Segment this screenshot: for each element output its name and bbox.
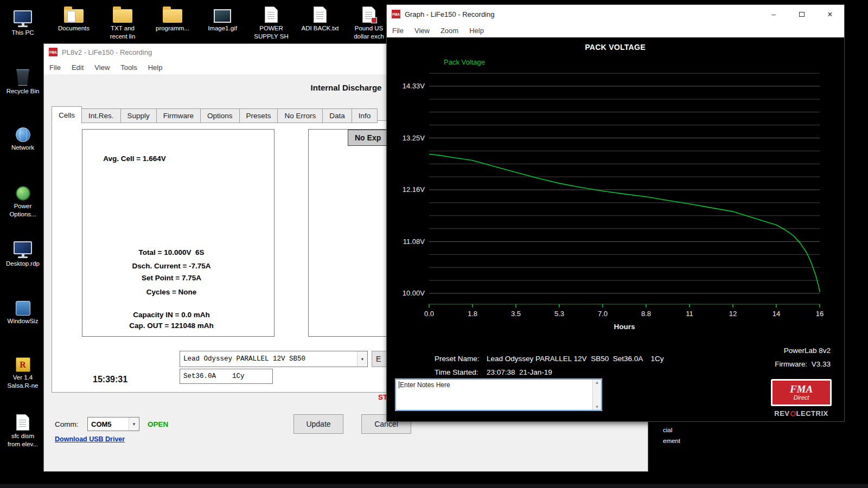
scroll-down-icon[interactable]: ▼	[595, 404, 599, 409]
desktop-icon-image1gif[interactable]: Image1.gif	[200, 3, 245, 33]
tab-info[interactable]: Info	[352, 108, 378, 123]
tab-cells[interactable]: Cells	[52, 106, 82, 124]
desktop-icon-pound[interactable]: Pound US dollar exch	[346, 3, 392, 41]
text-caret	[399, 381, 399, 388]
comm-port-select[interactable]: COM5 ▼	[87, 417, 139, 431]
menu-edit[interactable]: Edit	[66, 61, 89, 74]
revolectrix-text: REV	[774, 409, 789, 418]
desktop-icon-label: Ver 1.4 Salsa.R-ne	[0, 374, 46, 390]
comm-status-badge: OPEN	[148, 420, 168, 428]
chevron-down-icon[interactable]: ▼	[357, 351, 367, 367]
desktop-icon-power[interactable]: POWER SUPPLY SH	[248, 3, 294, 41]
taskbar[interactable]	[0, 484, 868, 488]
minimize-button[interactable]: –	[760, 5, 788, 23]
close-button[interactable]: ✕	[816, 5, 844, 23]
menu-file[interactable]: File	[44, 61, 66, 74]
svg-text:7.0: 7.0	[598, 310, 608, 318]
revolectrix-text: LECTRIX	[796, 409, 828, 418]
tab-presets[interactable]: Presets	[240, 108, 278, 123]
desktop-icon-label: programm...	[150, 24, 195, 33]
desktop-icon-desktoprdp[interactable]: Desktop.rdp	[0, 239, 46, 268]
graph-menubar: File View Zoom Help	[387, 23, 844, 37]
menu-file[interactable]: File	[387, 24, 409, 37]
desktop-icon-label: Documents	[51, 24, 97, 33]
app-gold-icon: R	[0, 352, 46, 372]
network-icon	[0, 123, 46, 142]
revolectrix-o-icon	[790, 411, 796, 416]
voltage-chart-plot[interactable]: 14.33V13.25V12.16V11.08V10.00V0.01.83.55…	[398, 70, 837, 330]
svg-text:8.8: 8.8	[641, 310, 651, 318]
tab-firmware[interactable]: Firmware	[157, 108, 201, 123]
svg-text:11.08V: 11.08V	[403, 237, 425, 246]
desktop-icon-this[interactable]: This PC	[0, 8, 46, 37]
app-blue-icon	[0, 296, 46, 316]
desktop-icon-documents[interactable]: Documents	[51, 3, 97, 33]
preset-select-value: Lead Odyssey PARALLEL 12V SB50	[183, 355, 305, 363]
revolectrix-logo: REVLECTRIX	[768, 409, 835, 418]
desktop-label-fragment: ement	[663, 438, 680, 444]
svg-text:12: 12	[729, 310, 737, 318]
desktop-icon-label: ADI BACK.txt	[297, 24, 343, 33]
menu-help[interactable]: Help	[464, 24, 489, 37]
desktop-icon-programm[interactable]: programm...	[150, 3, 195, 33]
menu-zoom[interactable]: Zoom	[435, 24, 464, 37]
chevron-down-icon[interactable]: ▼	[129, 418, 139, 431]
desktop-icon-label: Image1.gif	[200, 24, 245, 33]
notes-scrollbar[interactable]: ▲ ▼	[592, 380, 601, 410]
desktop-icon-windowsiz[interactable]: WindowSiz	[0, 296, 46, 325]
desktop-icon-network[interactable]: Network	[0, 123, 46, 152]
preset-set-field[interactable]: Set36.0A 1Cy	[180, 369, 273, 384]
scroll-up-icon[interactable]: ▲	[595, 380, 599, 385]
direct-logo-text: Direct	[794, 394, 809, 401]
chart-title: PACK VOLTAGE	[585, 43, 646, 52]
desktop-icon-label: POWER SUPPLY SH	[248, 24, 294, 41]
tab-options[interactable]: Options	[201, 108, 240, 123]
graph-window: FMA Graph - LiFe150 - Recording – ✕ File…	[386, 4, 845, 422]
desktop-icon-label: Recycle Bin	[0, 87, 46, 95]
firmware-version: Firmware: V3.33	[775, 360, 831, 368]
menu-view[interactable]: View	[409, 24, 435, 37]
svg-text:1.8: 1.8	[468, 310, 477, 318]
chart-legend: Pack Voltage	[444, 58, 485, 66]
fma-app-icon: FMA	[392, 10, 400, 18]
notes-input[interactable]: Enter Notes Here ▲ ▼	[395, 379, 602, 410]
stat-cycles: Cycles = None	[82, 288, 261, 296]
desktop-icon-sfc[interactable]: sfc dism from elev...	[0, 411, 46, 448]
svg-text:16: 16	[816, 310, 824, 318]
menu-view[interactable]: View	[89, 61, 115, 74]
desktop-icon-label: sfc dism from elev...	[0, 432, 46, 448]
notes-placeholder: Enter Notes Here	[396, 380, 592, 410]
desktop: { "desktop": { "top_icons": [ {"label": …	[0, 0, 868, 488]
svg-text:13.25V: 13.25V	[403, 134, 425, 142]
desktop-icon-adi[interactable]: ADI BACK.txt	[297, 3, 343, 33]
fma-direct-logo: FMA Direct	[771, 379, 832, 406]
tab-data[interactable]: Data	[323, 108, 352, 123]
comm-port-value: COM5	[91, 420, 112, 428]
time-started-label: Time Started:	[435, 368, 487, 376]
tab-supply[interactable]: Supply	[121, 108, 157, 123]
update-button[interactable]: Update	[293, 414, 343, 434]
maximize-button[interactable]	[788, 5, 816, 23]
pl8v2-window-title: PL8v2 - LiFe150 - Recording	[62, 48, 152, 56]
fma-app-icon: FMA	[49, 48, 58, 56]
time-started-value: 23:07:38 21-Jan-19	[487, 368, 552, 376]
desktop-icon-power[interactable]: Power Options...	[0, 181, 46, 219]
preset-select[interactable]: Lead Odyssey PARALLEL 12V SB50 ▼	[180, 351, 368, 367]
desktop-icon-recycle[interactable]: Recycle Bin	[0, 66, 46, 95]
folder-icon	[150, 3, 195, 23]
desktop-icon-ver[interactable]: RVer 1.4 Salsa.R-ne	[0, 352, 46, 390]
desktop-icon-label: Desktop.rdp	[0, 260, 46, 268]
fma-logo-text: FMA	[790, 384, 813, 394]
menu-tools[interactable]: Tools	[115, 61, 142, 74]
usb-driver-link[interactable]: Download USB Driver	[55, 435, 125, 443]
svg-text:3.5: 3.5	[511, 310, 521, 318]
stat-capacity-in: Capacity IN = 0.0 mAh	[82, 311, 261, 319]
menu-help[interactable]: Help	[143, 61, 168, 74]
page-icon	[297, 3, 343, 23]
tab-no-errors[interactable]: No Errors	[278, 108, 323, 123]
desktop-icon-label: Power Options...	[0, 202, 46, 219]
svg-text:12.16V: 12.16V	[403, 185, 425, 194]
desktop-icon-label: TXT and recent lin	[100, 24, 145, 41]
desktop-icon-txt[interactable]: TXT and recent lin	[100, 3, 145, 41]
tab-int-res[interactable]: Int.Res.	[82, 108, 121, 123]
